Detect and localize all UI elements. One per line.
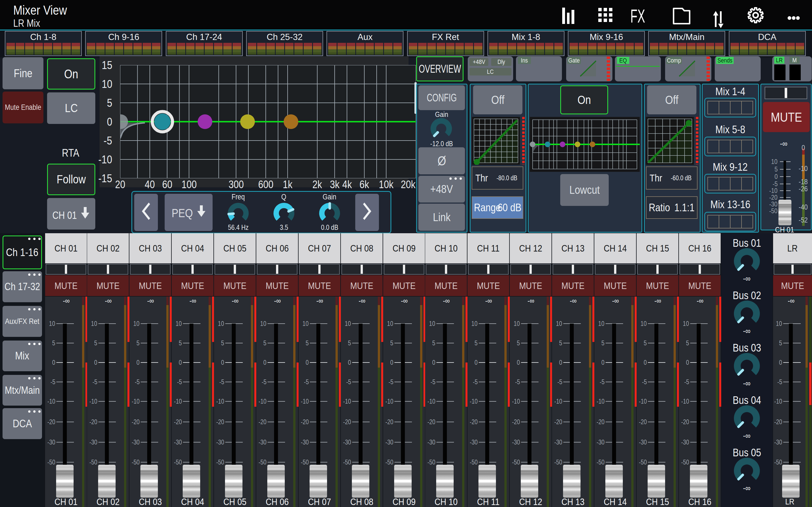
svg-text:FX: FX <box>630 6 645 27</box>
